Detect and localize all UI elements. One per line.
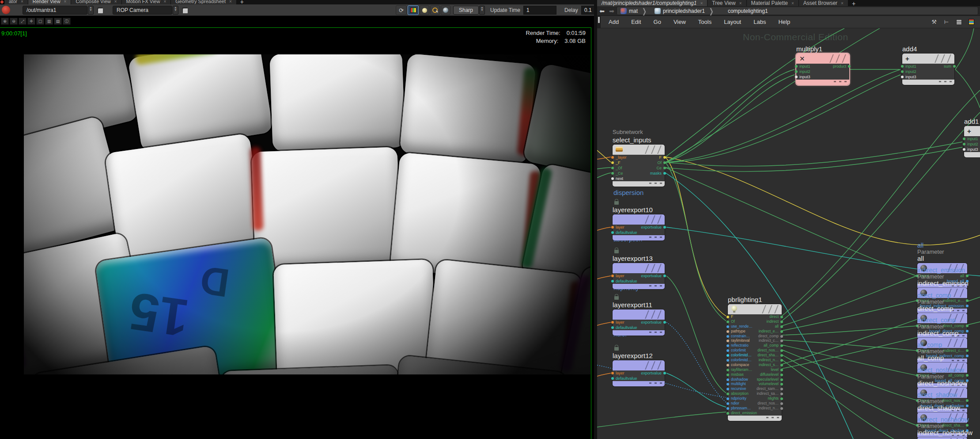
input-port[interactable]	[726, 412, 729, 415]
tree-icon[interactable]: ⊢	[942, 19, 951, 26]
input-port[interactable]	[726, 374, 729, 376]
output-port[interactable]	[966, 399, 969, 402]
viewport-tool-5-icon[interactable]: ▥	[45, 18, 53, 25]
output-port[interactable]	[966, 299, 969, 302]
network-canvas[interactable]: Non-Commercial Edition multiply1✕input1p…	[597, 28, 980, 439]
list-icon[interactable]	[954, 19, 963, 26]
output-port[interactable]	[966, 275, 969, 277]
input-port[interactable]	[611, 167, 614, 169]
new-tab-button[interactable]: +	[848, 0, 859, 6]
input-port[interactable]	[726, 364, 729, 366]
input-port[interactable]	[611, 156, 614, 159]
menu-edit[interactable]: Edit	[625, 19, 647, 25]
node-body[interactable]: ✕input1productinput2input3	[796, 53, 849, 85]
input-port[interactable]	[726, 316, 729, 318]
node-flags[interactable]	[643, 214, 662, 225]
output-port[interactable]	[780, 393, 783, 395]
input-port[interactable]	[795, 70, 798, 73]
menu-view[interactable]: View	[667, 19, 692, 25]
tab-composite-view[interactable]: Composite View×	[71, 0, 121, 4]
tab-close-icon[interactable]: ×	[739, 1, 742, 6]
tab-render-view[interactable]: Render View×	[28, 0, 72, 4]
new-tab-button[interactable]: +	[237, 0, 247, 4]
output-port[interactable]	[663, 226, 666, 229]
output-port[interactable]	[780, 383, 783, 386]
input-port[interactable]	[901, 76, 904, 78]
menu-labs[interactable]: Labs	[747, 19, 772, 25]
input-port[interactable]	[726, 330, 729, 333]
menu-layout[interactable]: Layout	[718, 19, 747, 25]
output-port[interactable]	[780, 354, 783, 357]
input-port[interactable]	[611, 377, 614, 380]
output-port[interactable]	[780, 374, 783, 376]
input-port[interactable]	[901, 65, 904, 68]
input-port[interactable]	[726, 407, 729, 410]
input-port[interactable]	[726, 335, 729, 338]
output-port[interactable]	[966, 324, 969, 327]
input-port[interactable]	[611, 280, 614, 282]
output-port[interactable]	[780, 344, 783, 347]
node-flags[interactable]	[643, 360, 662, 370]
node-body[interactable]: _layerF_FOf_OfCe_Cemasksnext	[613, 145, 665, 187]
output-port[interactable]	[848, 65, 851, 68]
tab-tree-view[interactable]: Tree View×	[708, 0, 746, 6]
re-render-button[interactable]: ⟳	[396, 5, 407, 15]
input-port[interactable]	[726, 340, 729, 342]
output-port[interactable]	[780, 335, 783, 338]
output-port[interactable]	[953, 65, 956, 68]
tab-close-icon[interactable]: ×	[841, 1, 844, 6]
input-port[interactable]	[726, 402, 729, 405]
camera-select[interactable]: ROP Camera	[113, 6, 172, 15]
render-region-button[interactable]	[408, 5, 419, 15]
menu-help[interactable]: Help	[772, 19, 796, 25]
inspect-button[interactable]	[430, 5, 440, 15]
output-port[interactable]	[663, 321, 666, 324]
output-port[interactable]	[780, 402, 783, 405]
viewport-tool-3-icon[interactable]: ✛	[27, 18, 35, 25]
output-port[interactable]	[966, 424, 969, 427]
output-port[interactable]	[663, 161, 666, 164]
environment-button[interactable]	[441, 5, 450, 15]
palette-grid-icon[interactable]	[967, 19, 976, 26]
viewport-tool-4-icon[interactable]: ▢	[36, 18, 44, 25]
output-port[interactable]	[780, 378, 783, 381]
input-port[interactable]	[726, 344, 729, 347]
node-flags[interactable]	[946, 437, 965, 439]
input-port[interactable]	[726, 354, 729, 357]
output-port[interactable]	[663, 372, 666, 374]
node-flags[interactable]	[643, 263, 662, 273]
output-port[interactable]	[780, 316, 783, 318]
input-port[interactable]	[726, 325, 729, 328]
viewport-tool-7-icon[interactable]: ⓘ	[63, 18, 71, 25]
input-port[interactable]	[726, 378, 729, 381]
input-port[interactable]	[611, 275, 614, 277]
input-port[interactable]	[726, 359, 729, 362]
camera-chooser-icon[interactable]	[182, 7, 188, 13]
tab-close-icon[interactable]: ×	[700, 1, 703, 6]
viewport-tool-2-icon[interactable]: ⤢	[19, 18, 26, 25]
tab-close-icon[interactable]: ×	[163, 0, 166, 4]
input-port[interactable]	[726, 369, 729, 371]
node-body[interactable]: layerexportvaluedefaultvalue	[613, 214, 665, 240]
output-port[interactable]	[780, 364, 783, 366]
node-flags[interactable]	[933, 53, 952, 64]
output-port[interactable]	[780, 407, 783, 410]
input-port[interactable]	[963, 137, 965, 140]
viewport-tool-0-icon[interactable]: ⊕	[1, 18, 9, 25]
input-port[interactable]	[726, 383, 729, 386]
render-viewport[interactable]: 9:00:07[1] Render Time: 0:01:59 Memory: …	[0, 27, 591, 439]
breadcrumb-computelighting1[interactable]: computelighting1	[728, 8, 768, 14]
input-port[interactable]	[795, 76, 798, 78]
node-body[interactable]: +input1input2input3	[964, 126, 980, 157]
output-port[interactable]	[966, 374, 969, 377]
input-port[interactable]	[795, 65, 798, 68]
input-port[interactable]	[726, 393, 729, 395]
output-port[interactable]	[663, 167, 666, 169]
output-port[interactable]	[966, 405, 969, 407]
input-port[interactable]	[611, 161, 614, 164]
rop-path-spinner[interactable]: ▲▼	[88, 6, 94, 15]
render-stop-icon[interactable]	[2, 6, 10, 14]
node-body[interactable]: +input1suminput2input3	[902, 53, 954, 85]
tab-motion-fx-view[interactable]: Motion FX View×	[122, 0, 171, 4]
menu-add[interactable]: Add	[602, 19, 625, 25]
